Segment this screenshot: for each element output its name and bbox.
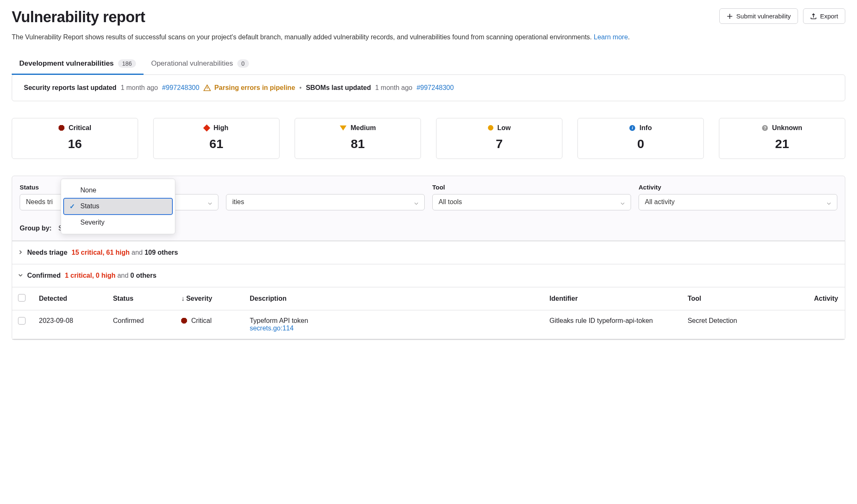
export-button[interactable]: Export xyxy=(803,8,845,24)
groupby-label: Group by: xyxy=(20,225,51,232)
unknown-icon xyxy=(762,125,768,131)
sort-desc-icon: ↓ xyxy=(181,295,185,302)
activity-select[interactable]: All activity ⌵ xyxy=(639,194,837,210)
submit-label: Submit vulnerability xyxy=(736,13,791,20)
page-description: The Vulnerability Report shows results o… xyxy=(12,32,812,43)
cell-activity xyxy=(784,310,845,339)
info-icon xyxy=(629,125,635,131)
severity-select[interactable]: ities ⌵ xyxy=(226,194,425,210)
sbom-label: SBOMs last updated xyxy=(306,84,371,92)
info-panel: Security reports last updated 1 month ag… xyxy=(12,74,845,101)
row-checkbox[interactable] xyxy=(18,317,26,325)
severity-card-medium[interactable]: Medium 81 xyxy=(295,118,421,159)
export-label: Export xyxy=(820,13,838,20)
header-actions: Submit vulnerability Export xyxy=(719,8,845,24)
severity-cards: Critical 16 High 61 Medium 81 Low 7 Info… xyxy=(12,118,845,159)
table-row[interactable]: 2023-09-08 Confirmed Critical Typeform A… xyxy=(12,310,845,339)
cell-identifier: Gitleaks rule ID typeform-api-token xyxy=(545,310,683,339)
cell-status: Confirmed xyxy=(109,310,177,339)
severity-label: Critical xyxy=(69,124,91,132)
tab-operational[interactable]: Operational vulnerabilities 0 xyxy=(144,54,256,75)
select-all-checkbox[interactable] xyxy=(18,294,26,302)
chevron-down-icon: ⌵ xyxy=(208,198,212,206)
cell-tool: Secret Detection xyxy=(683,310,784,339)
parsing-errors-warning[interactable]: Parsing errors in pipeline xyxy=(203,84,295,92)
severity-count: 81 xyxy=(299,137,416,151)
tab-dev-label: Development vulnerabilities xyxy=(19,59,114,68)
low-icon xyxy=(488,125,493,130)
severity-value: ities xyxy=(232,198,244,206)
group-others-count: 0 others xyxy=(131,272,157,279)
severity-count: 7 xyxy=(441,137,558,151)
results-panel: Needs triage 15 critical, 61 high and 10… xyxy=(12,241,845,340)
groupby-option-severity[interactable]: Severity xyxy=(64,215,172,230)
filters-panel: Status Needs tri ⌵ ities ⌵ Tool All tool… xyxy=(12,176,845,241)
group-high-count: 0 high xyxy=(96,272,115,279)
option-label: Status xyxy=(80,202,99,210)
group-name: Needs triage xyxy=(27,249,67,256)
group-confirmed[interactable]: Confirmed 1 critical, 0 high and 0 other… xyxy=(12,264,845,287)
col-tool[interactable]: Tool xyxy=(683,287,784,310)
severity-label: Medium xyxy=(351,124,376,132)
security-reports-link[interactable]: #997248300 xyxy=(162,84,199,92)
option-label: None xyxy=(80,187,96,194)
filter-severity: ities ⌵ xyxy=(226,184,425,210)
col-severity[interactable]: ↓Severity xyxy=(177,287,246,310)
chevron-down-icon: ⌵ xyxy=(621,198,625,206)
severity-label: Info xyxy=(639,124,652,132)
activity-value: All activity xyxy=(645,198,675,206)
tab-op-label: Operational vulnerabilities xyxy=(151,59,233,68)
tool-value: All tools xyxy=(439,198,462,206)
learn-more-link[interactable]: Learn more xyxy=(594,33,628,41)
severity-count: 16 xyxy=(16,137,133,151)
severity-count: 21 xyxy=(724,137,841,151)
group-name: Confirmed xyxy=(27,272,61,279)
group-high-count: 61 high xyxy=(106,249,130,256)
check-icon: ✓ xyxy=(69,202,76,210)
sbom-link[interactable]: #997248300 xyxy=(416,84,454,92)
groupby-option-none[interactable]: None xyxy=(64,182,172,198)
filter-tool: Tool All tools ⌵ xyxy=(432,184,631,210)
severity-card-info[interactable]: Info 0 xyxy=(577,118,704,159)
col-detected[interactable]: Detected xyxy=(35,287,109,310)
medium-icon xyxy=(340,125,346,130)
info-bar: Security reports last updated 1 month ag… xyxy=(12,75,845,101)
status-value: Needs tri xyxy=(26,198,53,206)
group-others-count: 109 others xyxy=(144,249,178,256)
description-title: Typeform API token xyxy=(250,317,541,325)
severity-card-high[interactable]: High 61 xyxy=(153,118,280,159)
col-status[interactable]: Status xyxy=(109,287,177,310)
chevron-right-icon xyxy=(18,249,23,256)
tab-development[interactable]: Development vulnerabilities 186 xyxy=(12,54,144,75)
group-needs-triage[interactable]: Needs triage 15 critical, 61 high and 10… xyxy=(12,241,845,264)
severity-card-unknown[interactable]: Unknown 21 xyxy=(719,118,845,159)
submit-vulnerability-button[interactable]: Submit vulnerability xyxy=(719,8,798,24)
tool-select[interactable]: All tools ⌵ xyxy=(432,194,631,210)
col-activity[interactable]: Activity xyxy=(784,287,845,310)
group-critical-count: 1 critical xyxy=(65,272,92,279)
separator: • xyxy=(299,84,302,92)
page-title: Vulnerability report xyxy=(12,8,145,26)
chevron-down-icon: ⌵ xyxy=(827,198,831,206)
critical-icon xyxy=(181,318,187,324)
plus-icon xyxy=(726,13,733,20)
group-critical-count: 15 critical xyxy=(72,249,103,256)
chevron-down-icon xyxy=(18,272,23,279)
groupby-option-status[interactable]: ✓ Status xyxy=(64,198,172,215)
severity-card-low[interactable]: Low 7 xyxy=(436,118,562,159)
security-reports-label: Security reports last updated xyxy=(24,84,116,92)
tabs: Development vulnerabilities 186 Operatio… xyxy=(12,54,845,75)
col-identifier[interactable]: Identifier xyxy=(545,287,683,310)
filter-tool-label: Tool xyxy=(432,184,631,191)
col-description[interactable]: Description xyxy=(246,287,545,310)
filter-activity: Activity All activity ⌵ xyxy=(639,184,837,210)
tab-dev-count: 186 xyxy=(118,59,136,68)
sbom-time: 1 month ago xyxy=(375,84,412,92)
severity-card-critical[interactable]: Critical 16 xyxy=(12,118,138,159)
export-icon xyxy=(810,13,817,20)
filter-severity-label xyxy=(226,184,425,191)
severity-count: 61 xyxy=(158,137,275,151)
cell-description: Typeform API token secrets.go:114 xyxy=(246,310,545,339)
severity-label: Low xyxy=(498,124,511,132)
description-link[interactable]: secrets.go:114 xyxy=(250,325,294,332)
